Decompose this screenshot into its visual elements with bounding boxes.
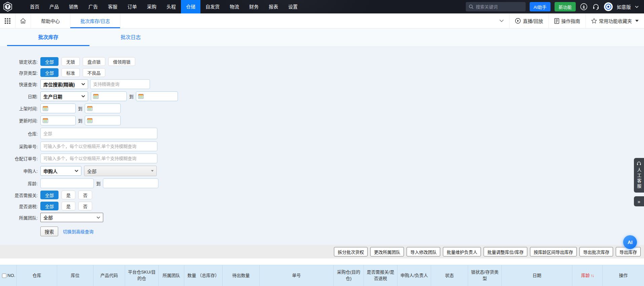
need-customs-label: 是否需报关: — [0, 192, 40, 198]
stock-type-option-all[interactable]: 全部 — [40, 68, 59, 77]
user-avatar[interactable] — [604, 2, 613, 11]
nav-item-reports[interactable]: 报表 — [264, 0, 283, 13]
lock-status-option-stocktake-lock[interactable]: 盘点锁 — [83, 57, 105, 66]
tax-refund-option-yes[interactable]: 是 — [62, 202, 75, 210]
ai-float-button[interactable]: AI — [623, 235, 637, 249]
nav-item-logistics[interactable]: 物流 — [225, 0, 244, 13]
stock-age-max-input[interactable] — [103, 178, 158, 188]
nav-item-orders[interactable]: 订单 — [122, 0, 142, 13]
nav-item-finance[interactable]: 财务 — [244, 0, 264, 13]
favorites-menu-button[interactable]: 常用功能收藏夹 — [586, 13, 644, 28]
purchase-no-input[interactable] — [40, 141, 157, 151]
new-feature-button[interactable]: 新功能 — [555, 2, 576, 11]
column-header-team: 所属团队 — [159, 265, 184, 286]
shelf-time-start-input[interactable] — [40, 104, 76, 113]
nav-item-first-leg[interactable]: 头程 — [161, 0, 181, 13]
star-icon — [591, 18, 597, 24]
live-replay-button[interactable]: 直播/回放 — [509, 13, 548, 28]
lock-status-option-borrow-lock[interactable]: 借领用锁 — [108, 57, 135, 66]
select-all-checkbox[interactable] — [2, 274, 6, 278]
shelf-time-end-input[interactable] — [85, 104, 121, 113]
export-batch-inventory-button[interactable]: 导出批次库存 — [579, 247, 613, 256]
split-batch-ownership-button[interactable]: 拆分批次货权 — [334, 247, 368, 256]
nav-item-sales[interactable]: 销售 — [64, 0, 83, 13]
operation-guide-button[interactable]: 操作指南 — [549, 13, 585, 28]
nav-item-purchase[interactable]: 采购 — [142, 0, 161, 13]
tax-refund-option-no[interactable]: 否 — [78, 202, 92, 210]
date-type-select[interactable]: 生产日期 — [40, 91, 88, 101]
collapse-panel-button[interactable]: » — [634, 196, 644, 206]
service-headset-icon — [636, 161, 642, 166]
quick-search-input[interactable] — [90, 79, 150, 89]
quick-search-type-value: 库位搜索(精确) — [43, 81, 75, 88]
triangle-down-icon — [151, 170, 154, 172]
import-modify-team-button[interactable]: 导入修改团队 — [407, 247, 440, 256]
column-header-lock-stock-type: 锁状态/存货类型 — [468, 265, 502, 286]
download-icon[interactable] — [580, 3, 588, 11]
warehouse-label: 仓库: — [0, 130, 40, 137]
need-customs-option-yes[interactable]: 是 — [62, 191, 75, 199]
nav-item-warehouse[interactable]: 仓储 — [181, 0, 200, 13]
team-select[interactable]: 全部 — [40, 213, 103, 222]
chevron-down-icon — [97, 216, 100, 219]
stock-age-min-input[interactable] — [40, 178, 94, 188]
need-customs-option-all[interactable]: 全部 — [40, 191, 59, 199]
customer-service-widget[interactable]: 人工客服 — [634, 158, 644, 193]
headset-icon[interactable] — [592, 3, 600, 11]
global-search-input[interactable] — [476, 4, 520, 9]
column-header-status: 状态 — [431, 265, 468, 286]
subtab-batch-inventory[interactable]: 批次库存 — [7, 29, 89, 46]
requester-type-select[interactable]: 申购人 — [40, 166, 81, 176]
home-icon[interactable] — [15, 13, 31, 28]
global-search-box[interactable] — [466, 2, 526, 11]
fulfill-order-no-input[interactable] — [40, 154, 157, 163]
tab-collapse-chevron-icon[interactable] — [494, 13, 509, 28]
shelf-time-label: 上架时间: — [0, 105, 40, 112]
change-team-button[interactable]: 更改所属团队 — [370, 247, 404, 256]
nav-item-ads[interactable]: 广告 — [83, 0, 103, 13]
apps-grid-icon[interactable] — [0, 13, 15, 28]
range-separator: 到 — [78, 117, 82, 124]
nav-item-home[interactable]: 首页 — [25, 0, 44, 13]
batch-maintain-owner-button[interactable]: 批量维护负责人 — [443, 247, 481, 256]
search-button[interactable]: 搜索 — [40, 227, 58, 236]
warehouse-input[interactable] — [40, 128, 157, 139]
column-header-pending-out: 待出数量 — [223, 265, 260, 286]
stock-type-option-standard[interactable]: 标准 — [62, 68, 80, 77]
tax-refund-option-all[interactable]: 全部 — [40, 202, 59, 210]
quick-search-type-select[interactable]: 库位搜索(精确) — [40, 79, 88, 89]
column-header-stock-age-sortable[interactable]: 库龄 ↑↓ — [572, 265, 603, 286]
lock-status-option-unlocked[interactable]: 无锁 — [62, 57, 80, 66]
top-navbar: 首页 产品 销售 广告 客服 订单 采购 头程 仓储 自发货 物流 财务 报表 … — [0, 0, 644, 13]
nav-item-service[interactable]: 客服 — [103, 0, 122, 13]
version-label[interactable]: 如意版 — [617, 3, 631, 10]
subtab-batch-log[interactable]: 批次日志 — [89, 29, 172, 46]
need-customs-option-no[interactable]: 否 — [78, 191, 92, 199]
chevron-down-icon — [75, 170, 78, 172]
requester-person-select[interactable]: 全部 — [84, 166, 157, 176]
date-end-input[interactable] — [136, 91, 178, 101]
column-header-product-code: 产品代码 — [93, 265, 125, 286]
version-chevron-down-icon[interactable] — [635, 6, 639, 8]
update-time-start-input[interactable] — [40, 116, 76, 125]
filter-row-tax-refund: 是否退税: 全部 是 否 — [0, 202, 644, 210]
tab-bar-right: 直播/回放 操作指南 常用功能收藏夹 — [494, 13, 644, 28]
tab-batch-inventory-log[interactable]: 批次库存/日志 — [70, 13, 120, 28]
column-header-operations: 操作 — [603, 265, 644, 286]
ai-assistant-button[interactable]: AI助手 — [530, 2, 551, 11]
filter-row-fulfill-order-no: 仓配订单号: — [0, 154, 644, 163]
update-time-end-input[interactable] — [85, 116, 121, 125]
search-icon — [469, 4, 473, 9]
lock-status-option-all[interactable]: 全部 — [40, 57, 59, 66]
export-by-age-range-button[interactable]: 按库龄区间导出库存 — [530, 247, 577, 256]
nav-item-product[interactable]: 产品 — [44, 0, 64, 13]
date-start-input[interactable] — [91, 91, 127, 101]
app-logo-icon[interactable] — [3, 2, 13, 12]
stock-type-option-defective[interactable]: 不良品 — [83, 68, 105, 77]
nav-item-self-delivery[interactable]: 自发货 — [200, 0, 225, 13]
tab-help-center[interactable]: 帮助中心 — [31, 13, 70, 28]
batch-adjust-location-button[interactable]: 批量调整库位/库存 — [484, 247, 527, 256]
advanced-search-link[interactable]: 切换到高级查询 — [63, 228, 93, 235]
nav-item-settings[interactable]: 设置 — [283, 0, 303, 13]
chevron-down-icon — [81, 83, 85, 85]
